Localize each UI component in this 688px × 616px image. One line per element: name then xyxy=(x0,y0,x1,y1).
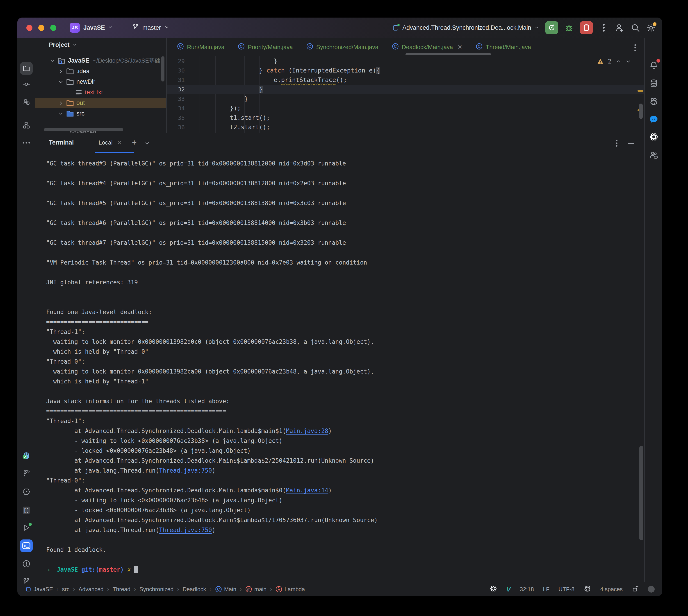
close-window-button[interactable] xyxy=(26,25,33,31)
tree-item-text-txt[interactable]: text.txt xyxy=(35,87,166,98)
tool-build-hammer-icon[interactable] xyxy=(20,466,33,479)
code-line-29[interactable]: 29 } xyxy=(167,56,644,66)
tool-pull-requests-icon[interactable] xyxy=(20,95,33,108)
terminal-link[interactable]: Main.java:14 xyxy=(286,487,328,494)
chevron-down-icon[interactable] xyxy=(57,79,65,85)
line-number[interactable]: 35 xyxy=(167,113,185,123)
terminal-tab-local[interactable]: Local ✕ xyxy=(99,139,122,146)
code-line-33[interactable]: 33 } xyxy=(167,94,644,104)
terminal-link[interactable]: Thread.java:750 xyxy=(159,527,212,533)
debug-button[interactable] xyxy=(564,23,574,32)
minimize-window-button[interactable] xyxy=(38,25,44,31)
terminal-tab-dropdown-icon[interactable] xyxy=(144,140,150,147)
breadcrumb-Advanced[interactable]: Advanced xyxy=(79,586,104,593)
run-configuration-selector[interactable]: Advanced.Thread.Synchronized.Dea...ock.M… xyxy=(392,24,539,31)
line-number[interactable]: 31 xyxy=(167,75,185,85)
terminal-output[interactable]: "GC task thread#3 (ParallelGC)" os_prio=… xyxy=(35,158,644,582)
tool-problems-icon[interactable] xyxy=(20,557,33,570)
inspection-widget[interactable]: 2 xyxy=(597,58,631,65)
breadcrumb-Deadlock[interactable]: Deadlock xyxy=(182,586,206,593)
tool-commit-icon[interactable] xyxy=(20,78,33,90)
project-panel-header[interactable]: Project xyxy=(35,38,166,51)
editor-scrollbar[interactable] xyxy=(639,104,643,119)
line-separator[interactable]: LF xyxy=(543,586,550,593)
tree-item--idea[interactable]: .idea xyxy=(35,66,166,76)
chevron-down-icon[interactable] xyxy=(48,58,57,64)
terminal-link[interactable]: Thread.java:750 xyxy=(159,467,212,474)
tree-item-JavaSE[interactable]: JavaSE~/Desktop/CS/JavaSE基础 xyxy=(35,56,166,66)
settings-gear-icon[interactable] xyxy=(646,23,656,32)
tool-plugin-pet-icon[interactable] xyxy=(20,449,33,462)
tool-dependencies-icon[interactable]: [] xyxy=(20,504,33,516)
rerun-button[interactable] xyxy=(545,21,558,34)
code-line-36[interactable]: 36 t2.start(); xyxy=(167,123,644,132)
project-vertical-scrollbar[interactable] xyxy=(161,56,165,82)
editor-tab-Run-Main-java[interactable]: CRun/Main.java xyxy=(170,38,231,56)
line-number[interactable]: 30 xyxy=(167,66,185,75)
tab-options-kebab-icon[interactable] xyxy=(634,44,636,53)
fullscreen-window-button[interactable] xyxy=(50,25,56,31)
line-number[interactable]: 33 xyxy=(167,94,185,104)
line-number[interactable]: 34 xyxy=(167,104,185,113)
search-everywhere-icon[interactable] xyxy=(630,23,640,32)
tabbar-scrollbar[interactable] xyxy=(406,53,491,56)
tree-item-out[interactable]: out xyxy=(35,98,166,108)
breadcrumb-src[interactable]: src xyxy=(62,586,69,593)
code-line-35[interactable]: 35 t1.start(); xyxy=(167,113,644,123)
unlock-icon[interactable] xyxy=(632,585,639,593)
code-with-me-icon[interactable] xyxy=(615,23,624,32)
chevron-right-icon[interactable] xyxy=(57,68,65,74)
chevron-down-icon[interactable] xyxy=(57,111,65,117)
caret-position[interactable]: 32:18 xyxy=(520,586,534,593)
code-line-34[interactable]: 34 }); xyxy=(167,104,644,113)
code-line-31[interactable]: 31 e.printStackTrace(); xyxy=(167,75,644,85)
code-editor[interactable]: 29 }30 } catch (InterruptedException e){… xyxy=(167,56,644,133)
stop-button[interactable] xyxy=(580,21,593,34)
editor-tab-Synchronized-Main-java[interactable]: CSynchronized/Main.java xyxy=(300,38,385,56)
tree-item-src[interactable]: src xyxy=(35,108,166,119)
close-terminal-tab-icon[interactable]: ✕ xyxy=(117,139,122,146)
code-with-me-users-icon[interactable] xyxy=(647,149,660,162)
tool-git-icon[interactable] xyxy=(20,575,33,588)
line-number[interactable]: 36 xyxy=(167,123,185,132)
tool-terminal-icon[interactable] xyxy=(20,540,33,552)
next-warning-icon[interactable] xyxy=(625,59,631,64)
prev-warning-icon[interactable] xyxy=(616,59,621,64)
messages-chat-icon[interactable] xyxy=(647,113,660,126)
file-encoding[interactable]: UTF-8 xyxy=(558,586,575,593)
vcs-branch-widget[interactable]: master xyxy=(132,23,169,32)
terminal-link[interactable]: Main.java:28 xyxy=(286,427,328,434)
tool-project-icon[interactable] xyxy=(20,62,33,75)
tool-structure-icon[interactable] xyxy=(20,119,33,131)
openai-chatgpt-icon[interactable] xyxy=(647,131,660,143)
breadcrumb-Thread[interactable]: Thread xyxy=(113,586,130,593)
tool-more-icon[interactable] xyxy=(20,136,33,149)
tool-run-icon[interactable] xyxy=(20,522,33,534)
indent-setting[interactable]: 4 spaces xyxy=(600,586,623,593)
terminal-options-kebab-icon[interactable] xyxy=(616,139,618,148)
breadcrumb-Main[interactable]: CMain xyxy=(215,586,236,593)
ai-assistant-icon[interactable] xyxy=(647,95,660,108)
tree-item-newDir[interactable]: newDir xyxy=(35,76,166,87)
editor-tab-Priority-Main-java[interactable]: CPriority/Main.java xyxy=(231,38,299,56)
robot-plugin-icon[interactable] xyxy=(583,585,591,594)
line-number[interactable]: 32 xyxy=(167,85,185,94)
code-line-30[interactable]: 30 } catch (InterruptedException e){ xyxy=(167,66,644,75)
project-name[interactable]: JavaSE xyxy=(83,24,105,31)
tool-profiler-icon[interactable] xyxy=(20,485,33,498)
database-icon[interactable] xyxy=(647,77,660,90)
terminal-scrollbar[interactable] xyxy=(639,446,643,540)
line-number[interactable]: 29 xyxy=(167,57,185,66)
more-actions-kebab-icon[interactable] xyxy=(599,23,609,32)
code-line-32[interactable]: 32 } xyxy=(167,85,644,94)
openai-status-icon[interactable] xyxy=(490,585,497,594)
hide-terminal-icon[interactable] xyxy=(628,143,635,144)
chevron-right-icon[interactable] xyxy=(57,100,65,106)
memory-indicator[interactable] xyxy=(648,586,655,593)
project-horizontal-scrollbar[interactable] xyxy=(44,128,123,131)
v-plugin-icon[interactable]: V xyxy=(506,586,511,593)
breadcrumb-Lambda[interactable]: λLambda xyxy=(276,586,305,593)
warning-stripe-mark[interactable] xyxy=(638,90,643,92)
close-tab-icon[interactable]: ✕ xyxy=(457,44,463,51)
breadcrumb-Synchronized[interactable]: Synchronized xyxy=(139,586,173,593)
